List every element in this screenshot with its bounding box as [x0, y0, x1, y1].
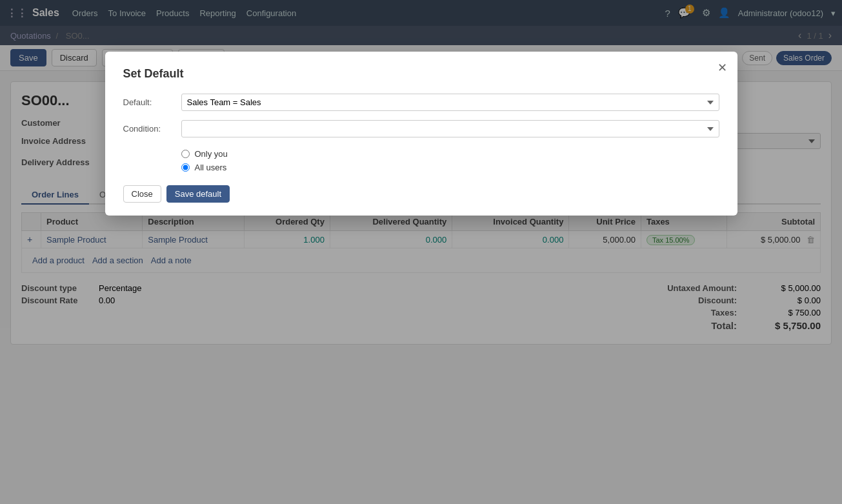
modal-default-row: Default: Sales Team = Sales	[123, 94, 719, 111]
modal-save-default-button[interactable]: Save default	[166, 185, 230, 203]
modal-condition-value	[181, 120, 719, 137]
radio-only-you[interactable]: Only you	[181, 149, 228, 159]
modal-overlay: Set Default ✕ Default: Sales Team = Sale…	[0, 0, 842, 499]
modal: Set Default ✕ Default: Sales Team = Sale…	[105, 52, 737, 216]
modal-condition-label: Condition:	[123, 124, 181, 134]
radio-all-users-label: All users	[195, 163, 227, 172]
modal-condition-select[interactable]	[181, 120, 719, 137]
modal-radio-row: Only you All users	[123, 146, 719, 172]
modal-title: Set Default	[123, 67, 719, 81]
modal-default-value: Sales Team = Sales	[181, 94, 719, 111]
radio-all-users-input[interactable]	[181, 163, 190, 172]
modal-close-x[interactable]: ✕	[717, 61, 727, 75]
radio-only-you-label: Only you	[195, 149, 228, 159]
modal-default-select[interactable]: Sales Team = Sales	[181, 94, 719, 111]
modal-radio-group: Only you All users	[181, 149, 228, 172]
radio-only-you-input[interactable]	[181, 150, 190, 158]
modal-default-label: Default:	[123, 97, 181, 107]
radio-all-users[interactable]: All users	[181, 163, 228, 172]
modal-close-button[interactable]: Close	[123, 185, 161, 203]
modal-condition-row: Condition:	[123, 120, 719, 137]
modal-footer: Close Save default	[123, 185, 719, 203]
